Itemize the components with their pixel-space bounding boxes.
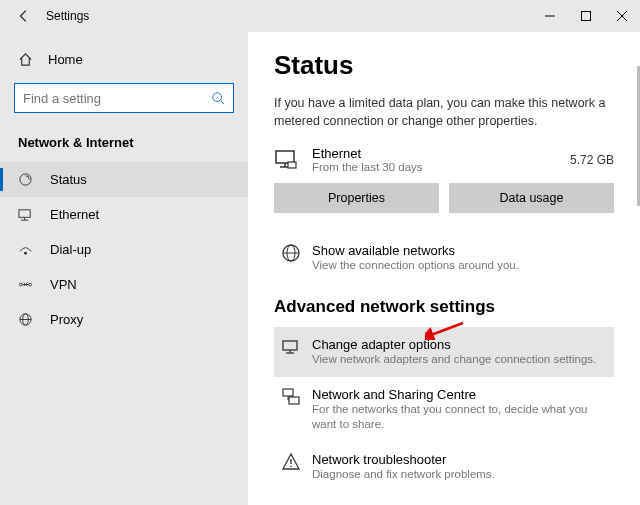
ethernet-icon [18,207,36,222]
svg-rect-1 [582,12,591,21]
svg-rect-25 [283,389,293,396]
window-title: Settings [46,9,89,23]
vpn-icon [18,277,36,292]
maximize-button[interactable] [568,0,604,32]
option-sub: For the networks that you connect to, de… [312,402,608,432]
option-title: Show available networks [312,243,519,258]
search-input[interactable] [23,91,211,106]
nav-vpn[interactable]: VPN [0,267,248,302]
nav-item-label: Proxy [50,312,83,327]
show-networks-row[interactable]: Show available networks View the connect… [274,233,614,283]
globe-icon [280,243,302,263]
proxy-icon [18,312,36,327]
sharing-centre-row[interactable]: Network and Sharing Centre For the netwo… [274,377,614,442]
nav-item-label: Ethernet [50,207,99,222]
warning-icon [280,452,302,472]
option-sub: View the connection options around you. [312,258,519,273]
svg-rect-18 [288,162,296,168]
ethernet-monitor-icon [274,148,302,172]
dialup-icon [18,242,36,257]
titlebar: Settings [0,0,640,32]
page-title: Status [274,50,614,81]
data-usage-button[interactable]: Data usage [449,183,614,213]
svg-point-30 [290,465,292,467]
nav-ethernet[interactable]: Ethernet [0,197,248,232]
advanced-heading: Advanced network settings [274,297,614,317]
svg-rect-26 [289,397,299,404]
page-description: If you have a limited data plan, you can… [274,95,614,130]
sidebar-home-label: Home [48,52,83,67]
change-adapter-row[interactable]: Change adapter options View network adap… [274,327,614,377]
nav-item-label: Status [50,172,87,187]
status-icon [18,172,36,187]
ethernet-summary: Ethernet From the last 30 days 5.72 GB [274,146,614,173]
option-sub: View network adapters and change connect… [312,352,596,367]
option-title: Network troubleshooter [312,452,495,467]
sharing-icon [280,387,302,407]
svg-point-9 [19,283,22,286]
svg-point-10 [29,283,32,286]
svg-point-8 [24,252,27,255]
close-button[interactable] [604,0,640,32]
svg-point-2 [213,93,222,102]
svg-rect-5 [19,210,30,218]
search-icon [211,91,225,105]
minimize-button[interactable] [532,0,568,32]
option-sub: Diagnose and fix network problems. [312,467,495,482]
back-button[interactable] [8,9,40,23]
svg-line-3 [221,101,225,105]
nav-item-label: VPN [50,277,77,292]
svg-rect-15 [276,151,294,163]
search-box[interactable] [14,83,234,113]
sidebar-heading: Network & Internet [0,127,248,162]
nav-status[interactable]: Status [0,162,248,197]
ethernet-sub: From the last 30 days [312,161,570,173]
ethernet-name: Ethernet [312,146,570,161]
nav-item-label: Dial-up [50,242,91,257]
nav-dialup[interactable]: Dial-up [0,232,248,267]
svg-rect-22 [283,341,297,350]
troubleshooter-row[interactable]: Network troubleshooter Diagnose and fix … [274,442,614,492]
main-pane: Status If you have a limited data plan, … [248,32,640,505]
ethernet-size: 5.72 GB [570,153,614,167]
nav-proxy[interactable]: Proxy [0,302,248,337]
option-title: Network and Sharing Centre [312,387,608,402]
adapter-icon [280,337,302,357]
sidebar: Home Network & Internet Status Ethernet … [0,32,248,505]
option-title: Change adapter options [312,337,596,352]
home-icon [18,52,36,67]
sidebar-home[interactable]: Home [0,44,248,75]
properties-button[interactable]: Properties [274,183,439,213]
